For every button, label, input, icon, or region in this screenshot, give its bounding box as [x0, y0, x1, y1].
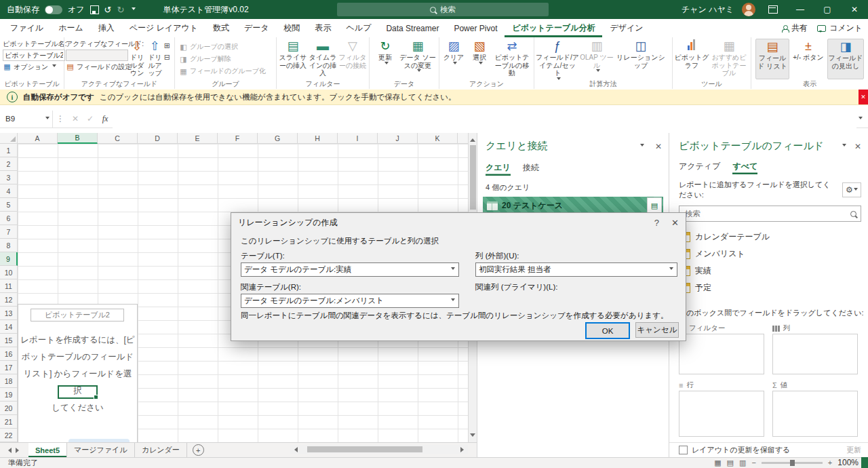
relationships-button[interactable]: ◫ リレーションシップ	[614, 39, 667, 79]
row-header[interactable]: 19	[0, 388, 18, 402]
foreign-column-combo[interactable]: 初回実行結果 担当者	[475, 262, 677, 277]
row-header[interactable]: 21	[0, 415, 18, 429]
confirm-entry-icon[interactable]: ✓	[83, 114, 98, 123]
row-header[interactable]: 2	[0, 157, 18, 171]
queries-pane-close-icon[interactable]: ✕	[655, 142, 662, 151]
olap-tools-button[interactable]: ▥ OLAP ツール	[579, 39, 614, 79]
user-name[interactable]: チャン ハヤミ	[682, 4, 734, 16]
sheet-tab-calendar[interactable]: カレンダー	[135, 443, 187, 457]
ungroup-button[interactable]: ◨ グループ解除	[179, 53, 231, 65]
insert-slicer-button[interactable]: ▤ スライサーの挿入	[278, 39, 308, 79]
field-settings-button[interactable]: ▤ フィールドの設定	[66, 61, 132, 73]
scroll-left-icon[interactable]	[292, 447, 298, 452]
columns-area[interactable]: 列	[772, 323, 858, 374]
row-header[interactable]: 9	[0, 252, 18, 266]
horizontal-scroll-thumb[interactable]	[307, 446, 422, 452]
drill-up-button[interactable]: ⇧ ドリルアップ	[146, 39, 163, 79]
tab-connections[interactable]: 接続	[523, 162, 539, 176]
row-header[interactable]: 17	[0, 361, 18, 374]
cancel-entry-icon[interactable]: ✕	[68, 114, 83, 123]
tab-formulas[interactable]: 数式	[205, 19, 237, 37]
row-header[interactable]: 4	[0, 184, 18, 198]
row-header[interactable]: 22	[0, 429, 18, 442]
recommended-pivottables-button[interactable]: ▦ おすすめピボットテーブル	[709, 39, 749, 79]
scroll-up-icon[interactable]	[470, 136, 475, 142]
horizontal-scrollbar[interactable]	[290, 445, 468, 454]
field-item-plan[interactable]: 予定	[679, 279, 861, 296]
group-selection-button[interactable]: ◧ グループの選択	[179, 41, 238, 53]
tab-view[interactable]: 表示	[308, 19, 339, 37]
column-header[interactable]: D	[138, 133, 178, 144]
select-all-corner[interactable]	[0, 133, 18, 144]
row-header[interactable]: 20	[0, 402, 18, 415]
insert-function-icon[interactable]: fx	[98, 114, 113, 124]
tab-pivottable-analyze[interactable]: ピボットテーブル分析	[505, 19, 602, 37]
zoom-level[interactable]: 100%	[837, 458, 859, 467]
zoom-out-icon[interactable]: −	[751, 459, 755, 467]
filters-area[interactable]: フィルター	[679, 323, 764, 374]
undo-icon[interactable]: ↺	[104, 5, 112, 15]
zoom-in-icon[interactable]: +	[828, 459, 832, 467]
column-header[interactable]: K	[418, 133, 458, 144]
drill-down-button[interactable]: ⇩ ドリルダウン	[128, 39, 146, 79]
fields-search-input[interactable]	[684, 209, 846, 218]
tab-queries[interactable]: クエリ	[486, 162, 511, 176]
rows-drop-zone[interactable]	[679, 391, 764, 437]
dialog-title-bar[interactable]: リレーションシップの作成 ? ✕	[231, 213, 686, 232]
autosave-toggle[interactable]	[45, 5, 62, 14]
select-button[interactable]: ▧ 選択	[467, 39, 492, 79]
row-header[interactable]: 5	[0, 198, 18, 212]
ribbon-display-icon[interactable]	[768, 5, 778, 14]
scroll-down-icon[interactable]	[470, 433, 475, 440]
field-item-results[interactable]: 実績	[679, 262, 861, 279]
row-header[interactable]: 7	[0, 225, 18, 239]
dialog-help-button[interactable]: ?	[654, 218, 659, 228]
change-data-source-button[interactable]: ▦ データ ソースの変更	[399, 39, 437, 79]
fields-items-sets-button[interactable]: ƒ フィールド/アイテム/セット	[536, 39, 579, 79]
tab-file[interactable]: ファイル	[3, 19, 51, 37]
tab-all-fields[interactable]: すべて	[732, 161, 757, 174]
tab-page-layout[interactable]: ページ レイアウト	[122, 19, 205, 37]
refresh-button[interactable]: ↻ 更新	[372, 39, 399, 79]
fields-search-box[interactable]	[679, 206, 861, 222]
field-item-calendar-table[interactable]: カレンダーテーブル	[679, 229, 861, 246]
column-header[interactable]: C	[98, 133, 138, 144]
column-header[interactable]: E	[178, 133, 218, 144]
pivot-name-input[interactable]	[3, 50, 65, 61]
defer-layout-checkbox[interactable]	[679, 446, 688, 454]
tab-data-streamer[interactable]: Data Streamer	[378, 19, 446, 37]
column-header-partial[interactable]	[458, 133, 468, 144]
row-header[interactable]: 8	[0, 239, 18, 252]
row-header[interactable]: 13	[0, 307, 18, 320]
tab-review[interactable]: 校閲	[277, 19, 308, 37]
columns-drop-zone[interactable]	[772, 334, 858, 374]
active-field-input[interactable]	[66, 50, 128, 61]
ok-button[interactable]: OK	[585, 322, 630, 339]
column-header[interactable]: F	[218, 133, 258, 144]
row-header[interactable]: 14	[0, 320, 18, 334]
column-header[interactable]: A	[18, 133, 58, 144]
quick-access-chevron-icon[interactable]	[132, 7, 136, 12]
filter-connections-button[interactable]: ▽ フィルターの接続	[338, 39, 368, 79]
avatar[interactable]	[742, 3, 755, 16]
row-header[interactable]: 3	[0, 171, 18, 184]
values-area[interactable]: Σ値	[772, 380, 858, 437]
options-button[interactable]: ▦ オプション	[3, 61, 56, 73]
row-header[interactable]: 10	[0, 266, 18, 279]
close-button[interactable]: ✕	[845, 0, 864, 19]
formula-input[interactable]	[113, 110, 856, 128]
notification-close-button[interactable]: ✕	[859, 90, 868, 104]
tab-active-fields[interactable]: アクティブ	[679, 161, 720, 174]
minimize-button[interactable]: —	[791, 0, 810, 19]
name-box[interactable]: B9	[0, 111, 53, 128]
fields-pane-close-icon[interactable]: ✕	[854, 142, 861, 151]
search-box[interactable]: 検索	[337, 3, 549, 16]
page-layout-view-icon[interactable]: ▤	[727, 459, 734, 467]
values-drop-zone[interactable]	[772, 391, 858, 437]
row-header[interactable]: 11	[0, 279, 18, 293]
redo-icon[interactable]: ↻	[117, 5, 124, 15]
row-header[interactable]: 18	[0, 374, 18, 388]
sheet-tab-merge-file[interactable]: マージファイル	[67, 443, 135, 457]
collapse-field-icon[interactable]: ⊟	[164, 53, 173, 62]
clear-button[interactable]: ▨ クリア	[441, 39, 467, 79]
